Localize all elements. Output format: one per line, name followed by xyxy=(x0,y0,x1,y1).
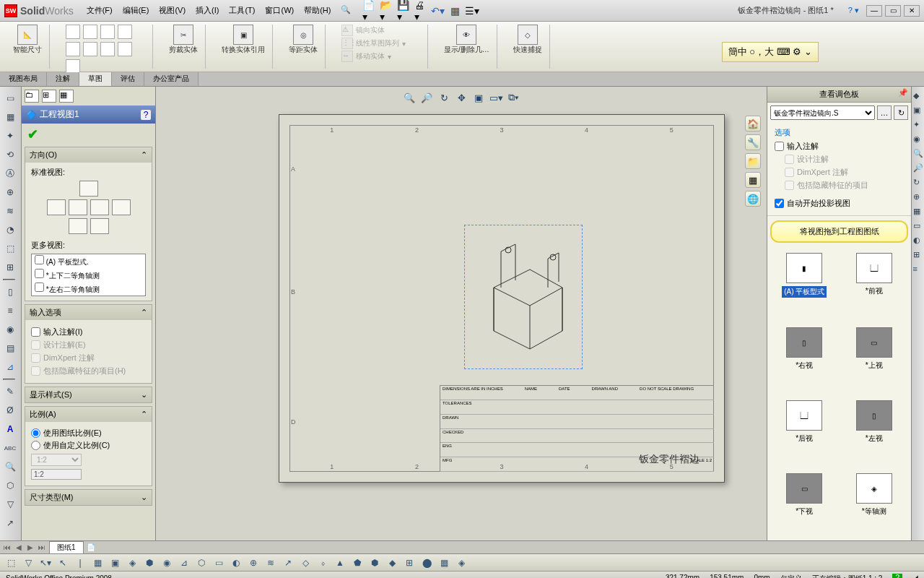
palette-view-iso[interactable]: ◈*等轴测 xyxy=(856,473,892,535)
tool-icon[interactable]: 🔧 xyxy=(745,134,761,150)
view-right-icon[interactable] xyxy=(112,199,131,215)
menu-insert[interactable]: 插入(I) xyxy=(191,3,223,18)
drawing-canvas[interactable]: 🔍🔎 ↻✥ ▣▭▾ ⧉▾ 🏠🔧 📁▦ 🌐 12345 12345 A B D xyxy=(156,87,767,540)
menu-tools[interactable]: 工具(T) xyxy=(225,3,259,18)
tool-icon[interactable]: ⟲ xyxy=(3,147,17,162)
section-orientation[interactable]: 方向(O)⌃ xyxy=(25,147,152,163)
tool-icon[interactable]: ▲ xyxy=(334,556,346,569)
pin-icon[interactable]: 📌 xyxy=(898,88,908,98)
convert-button[interactable]: ▣转换实体引用 xyxy=(222,25,265,55)
tool-icon[interactable]: ≋ xyxy=(264,556,277,569)
tool-icon[interactable]: ▭ xyxy=(3,91,17,105)
tool-icon[interactable]: ⊕ xyxy=(3,185,17,199)
section-dim-type[interactable]: 尺寸类型(M)⌄ xyxy=(25,490,152,505)
tool-icon[interactable]: ⬢ xyxy=(368,556,381,569)
palette-anno-check[interactable] xyxy=(775,142,784,151)
grid-icon[interactable]: ▦ xyxy=(745,172,761,188)
undo-icon[interactable]: ↶▾ xyxy=(432,5,443,17)
rotate-icon[interactable]: ↻ xyxy=(437,91,450,104)
tab-annotation[interactable]: 注解 xyxy=(47,72,79,86)
tool-icon[interactable]: ⊿ xyxy=(178,556,191,569)
folder-icon[interactable]: 📁 xyxy=(745,153,761,169)
palette-view-right[interactable]: ▯*右视 xyxy=(786,327,822,389)
tool-icon[interactable]: ↗ xyxy=(282,556,295,569)
home-icon[interactable]: 🏠 xyxy=(745,116,761,131)
zoom-area-icon[interactable]: 🔎 xyxy=(420,91,433,104)
tool-icon[interactable]: ◇ xyxy=(299,556,312,569)
tool-icon[interactable]: ⊿ xyxy=(3,360,17,374)
view-top-icon[interactable] xyxy=(69,218,87,234)
new-icon[interactable]: 📄▾ xyxy=(362,5,374,17)
display-icon[interactable]: ⧉▾ xyxy=(507,91,520,104)
tool-icon[interactable]: ◈ xyxy=(126,556,139,569)
sheet-nav-last[interactable]: ⏭ xyxy=(38,543,46,551)
tool-icon[interactable]: 🔍 xyxy=(3,460,17,474)
tool-icon[interactable]: ≡ xyxy=(913,264,923,275)
ime-bar[interactable]: 簡中 ○，大 ⌨ ⚙ ⌄ xyxy=(722,42,819,62)
tool-icon[interactable]: ⊞ xyxy=(403,556,416,569)
section-display-style[interactable]: 显示样式(S)⌄ xyxy=(25,387,152,402)
tool-icon[interactable]: 🔍 xyxy=(913,149,923,159)
tool-icon[interactable]: Ⓐ xyxy=(3,166,17,181)
tree-tab-icon[interactable]: ⊞ xyxy=(42,90,56,103)
globe-icon[interactable]: 🌐 xyxy=(745,191,761,207)
open-icon[interactable]: 📂▾ xyxy=(380,5,391,17)
view-bottom-icon[interactable] xyxy=(90,218,109,234)
tool-icon[interactable]: ≡ xyxy=(3,303,17,318)
menu-search-icon[interactable]: 🔍 xyxy=(336,3,355,18)
tool-icon[interactable]: ▭ xyxy=(212,556,225,569)
trim-button[interactable]: ✂剪裁实体 xyxy=(169,25,198,55)
tool-icon[interactable]: 🔎 xyxy=(913,163,923,173)
tool-icon[interactable]: ▯ xyxy=(3,285,17,299)
tree-tab-icon[interactable]: 🗀 xyxy=(25,90,39,103)
tool-icon[interactable]: Ø xyxy=(3,403,17,418)
tool-icon[interactable]: ⬤ xyxy=(420,556,433,569)
tool-icon[interactable]: ⊕ xyxy=(913,192,923,202)
tool-icon[interactable]: ⬟ xyxy=(351,556,364,569)
options-icon[interactable]: ☰▾ xyxy=(466,5,478,17)
pan-icon[interactable]: ✥ xyxy=(455,91,468,104)
view-back-icon[interactable] xyxy=(69,199,87,215)
tool-icon[interactable]: ⬨ xyxy=(316,556,329,569)
section-scale[interactable]: 比例(A)⌃ xyxy=(25,407,152,422)
tree-tab-icon[interactable]: ▦ xyxy=(59,90,74,103)
tool-icon[interactable]: ✦ xyxy=(913,120,923,130)
tool-icon[interactable]: ⬡ xyxy=(195,556,208,569)
tool-icon[interactable]: ⊞ xyxy=(913,250,923,260)
tool-icon[interactable]: ⬡ xyxy=(3,478,17,493)
sheet-nav-first[interactable]: ⏮ xyxy=(3,543,12,551)
close-button[interactable]: ✕ xyxy=(904,5,920,17)
rebuild-icon[interactable]: ▦ xyxy=(449,5,461,17)
tool-icon[interactable]: ABC xyxy=(3,441,17,455)
menu-view[interactable]: 视图(V) xyxy=(154,3,190,18)
auto-projection-check[interactable] xyxy=(775,199,784,208)
tool-icon[interactable]: ▤ xyxy=(3,341,17,355)
browse-button[interactable]: … xyxy=(877,105,892,120)
tool-icon[interactable]: ▭ xyxy=(913,221,923,231)
input-anno-check[interactable] xyxy=(31,327,40,337)
tool-icon[interactable]: ▣ xyxy=(913,105,923,116)
tool-icon[interactable]: ✦ xyxy=(3,129,17,143)
menu-edit[interactable]: 编辑(E) xyxy=(118,3,154,18)
tool-icon[interactable]: ⬚ xyxy=(4,556,17,569)
tool-icon[interactable]: ◐ xyxy=(913,236,923,246)
tab-sketch[interactable]: 草图 xyxy=(79,72,112,86)
menu-file[interactable]: 文件(F) xyxy=(82,3,117,18)
tool-icon[interactable]: ✎ xyxy=(3,384,17,399)
tool-icon[interactable]: ≋ xyxy=(3,204,17,218)
tool-icon[interactable]: ⊞ xyxy=(3,260,17,275)
use-sheet-scale-radio[interactable] xyxy=(31,428,40,438)
smart-dimension-button[interactable]: 📐智能尺寸 xyxy=(13,25,42,55)
tool-icon[interactable]: A xyxy=(3,422,17,436)
view-front-icon[interactable] xyxy=(47,199,66,215)
tool-icon[interactable]: ⬢ xyxy=(143,556,156,569)
view-list[interactable]: (A) 平板型式. *上下二等角轴测 *左右二等角轴测 xyxy=(31,254,146,296)
tool-icon[interactable]: ▦ xyxy=(437,556,450,569)
tool-icon[interactable]: ▽ xyxy=(22,556,35,569)
tool-icon[interactable]: ◐ xyxy=(230,556,243,569)
show-hide-button[interactable]: 👁显示/删除几… xyxy=(444,25,489,55)
help-icon[interactable]: ? xyxy=(141,110,151,120)
minimize-button[interactable]: — xyxy=(866,5,882,17)
tool-icon[interactable]: ⊕ xyxy=(247,556,260,569)
tool-icon[interactable]: ◆ xyxy=(913,91,923,101)
